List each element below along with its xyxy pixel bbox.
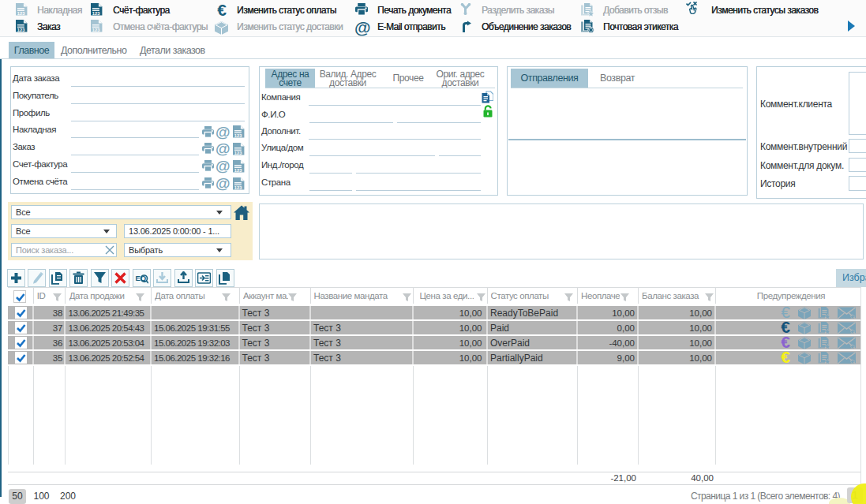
svg-text:123: 123 bbox=[234, 168, 242, 173]
svg-text:123: 123 bbox=[92, 11, 100, 16]
svg-text:123: 123 bbox=[234, 133, 242, 138]
svg-text:123: 123 bbox=[92, 28, 100, 32]
svg-text:123: 123 bbox=[17, 28, 25, 32]
svg-text:123: 123 bbox=[234, 185, 242, 190]
svg-text:123: 123 bbox=[17, 11, 25, 16]
svg-text:123: 123 bbox=[234, 151, 242, 155]
